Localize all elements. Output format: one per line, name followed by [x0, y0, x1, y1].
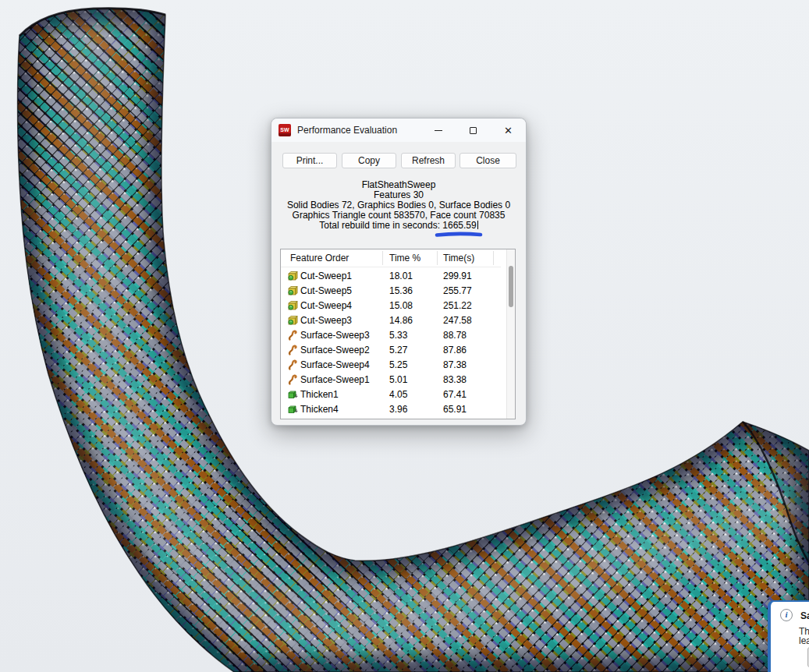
- summary-rebuild-time: Total rebuild time in seconds: 1665.59: [271, 221, 526, 231]
- time-percent-value: 5.01: [389, 374, 407, 385]
- surface-sweep-icon: [287, 345, 298, 355]
- rebuild-time-value: 1665.59: [442, 220, 476, 231]
- time-seconds-value: 87.86: [443, 345, 467, 355]
- feature-name: Surface-Sweep1: [300, 374, 370, 385]
- model-summary: FlatSheathSweep Features 30 Solid Bodies…: [271, 180, 526, 231]
- table-row[interactable]: Cut-Sweep1 18.01 299.91: [281, 269, 507, 284]
- refresh-button[interactable]: Refresh: [401, 153, 456, 168]
- table-row[interactable]: Thicken4 3.96 65.91: [281, 402, 507, 417]
- print-button[interactable]: Print...: [282, 153, 337, 168]
- cut-sweep-icon: [287, 271, 298, 281]
- close-icon: ✕: [504, 126, 513, 136]
- feature-name: Cut-Sweep4: [300, 300, 352, 311]
- header-rule: [281, 267, 501, 267]
- feature-name: Thicken1: [300, 389, 339, 400]
- table-row[interactable]: Surface-Sweep1 5.01 83.38: [281, 373, 507, 387]
- feature-name: Surface-Sweep3: [300, 330, 370, 341]
- info-icon: i: [780, 609, 793, 621]
- maximize-button[interactable]: [456, 118, 491, 142]
- feature-name: Cut-Sweep1: [300, 271, 352, 281]
- header-feature-order[interactable]: Feature Order: [290, 253, 349, 263]
- performance-evaluation-dialog: SW Performance Evaluation ✕ Print... Cop…: [271, 118, 527, 426]
- title-bar[interactable]: SW Performance Evaluation ✕: [271, 118, 526, 142]
- time-seconds-value: 251.22: [443, 300, 472, 311]
- copy-button[interactable]: Copy: [342, 153, 396, 168]
- time-seconds-value: 83.38: [443, 374, 467, 385]
- feature-table[interactable]: Feature Order Time % Time(s) Cut-Sweep1 …: [280, 249, 516, 419]
- feature-name: Surface-Sweep4: [300, 359, 370, 370]
- thicken-icon: [287, 404, 298, 415]
- column-separator: [382, 251, 383, 265]
- cut-sweep-icon: [287, 315, 298, 326]
- surface-sweep-icon: [287, 359, 298, 370]
- time-percent-value: 3.96: [389, 404, 407, 415]
- save-notification-dialog[interactable]: i Sa Th lea: [768, 600, 809, 672]
- minimize-button[interactable]: [420, 118, 456, 142]
- time-percent-value: 14.86: [389, 315, 413, 326]
- thicken-icon: [287, 389, 298, 400]
- table-row[interactable]: Cut-Sweep5 15.36 255.77: [281, 284, 507, 299]
- table-row[interactable]: Thicken1 4.05 67.41: [281, 387, 507, 402]
- cut-sweep-icon: [287, 300, 298, 311]
- ink-underline-annotation: [435, 231, 483, 238]
- feature-name: Cut-Sweep5: [300, 285, 352, 296]
- time-seconds-value: 88.78: [443, 330, 467, 341]
- window-title: Performance Evaluation: [297, 125, 420, 136]
- surface-sweep-icon: [287, 374, 298, 385]
- time-seconds-value: 299.91: [443, 271, 472, 281]
- scrollbar-thumb[interactable]: [509, 266, 513, 307]
- time-percent-value: 15.08: [389, 300, 413, 311]
- notification-text-line2: lea: [799, 635, 809, 646]
- notification-title: Sa: [800, 610, 809, 621]
- window-close-button[interactable]: ✕: [491, 118, 526, 142]
- time-percent-value: 5.27: [389, 345, 407, 355]
- cut-sweep-icon: [287, 285, 298, 296]
- maximize-icon: [470, 127, 477, 134]
- time-percent-value: 15.36: [389, 285, 413, 296]
- minimize-icon: [435, 130, 442, 131]
- time-seconds-value: 255.77: [443, 285, 472, 296]
- time-percent-value: 4.05: [389, 389, 407, 400]
- time-percent-value: 5.33: [389, 330, 407, 341]
- column-separator: [437, 251, 438, 265]
- close-button[interactable]: Close: [459, 153, 516, 168]
- column-separator: [493, 251, 494, 265]
- time-percent-value: 5.25: [389, 359, 407, 370]
- rebuild-time-label: Total rebuild time in seconds:: [319, 220, 442, 231]
- time-seconds-value: 247.58: [443, 315, 472, 326]
- table-row[interactable]: Surface-Sweep2 5.27 87.86: [281, 343, 507, 358]
- time-seconds-value: 65.91: [443, 404, 467, 415]
- time-seconds-value: 67.41: [443, 389, 467, 400]
- table-row[interactable]: Cut-Sweep4 15.08 251.22: [281, 299, 507, 313]
- table-body: Cut-Sweep1 18.01 299.91 Cut-Sweep5 15.36…: [281, 269, 507, 417]
- feature-name: Cut-Sweep3: [300, 315, 352, 326]
- text-cursor: [477, 221, 478, 229]
- surface-sweep-icon: [287, 330, 298, 341]
- header-time-percent[interactable]: Time %: [389, 253, 420, 263]
- feature-name: Surface-Sweep2: [300, 345, 370, 355]
- table-header: Feature Order Time % Time(s): [281, 249, 515, 267]
- table-row[interactable]: Surface-Sweep3 5.33 88.78: [281, 328, 507, 343]
- time-percent-value: 18.01: [389, 271, 413, 281]
- table-row[interactable]: Cut-Sweep3 14.86 247.58: [281, 313, 507, 328]
- table-scrollbar[interactable]: [506, 249, 515, 419]
- solidworks-app-icon: SW: [279, 124, 291, 136]
- feature-name: Thicken4: [300, 404, 339, 415]
- header-time-seconds[interactable]: Time(s): [443, 253, 474, 263]
- time-seconds-value: 87.38: [443, 359, 467, 370]
- table-row[interactable]: Surface-Sweep4 5.25 87.38: [281, 358, 507, 373]
